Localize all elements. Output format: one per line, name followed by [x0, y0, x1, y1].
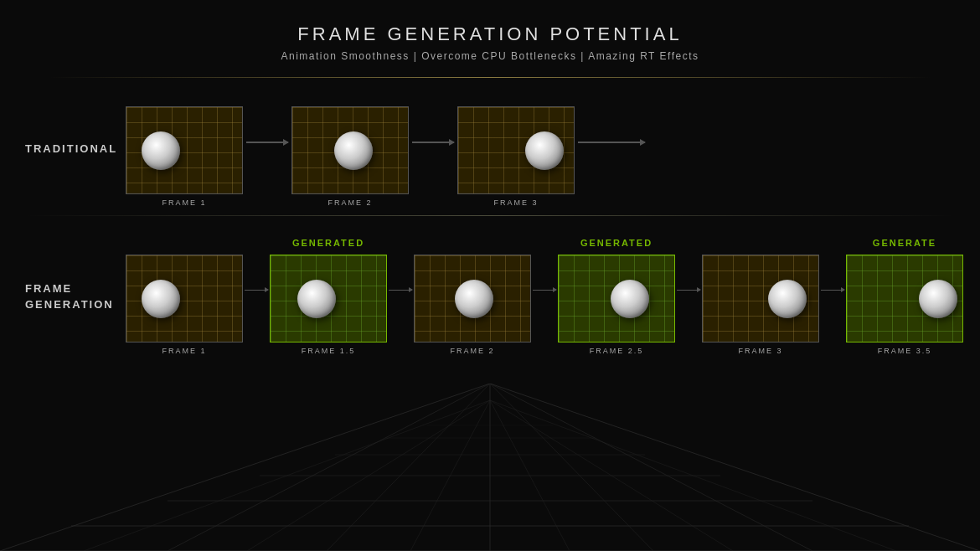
ball-trad-1 [142, 131, 180, 170]
arrow-fg-3 [533, 290, 556, 291]
fg-frame-card-3h [846, 255, 963, 342]
arrow-trad-2-3 [412, 142, 454, 143]
frame-card-trad-3 [457, 106, 575, 194]
fg-frame-3: FRAME 3 [702, 238, 819, 355]
header: FRAME GENERATION POTENTIAL Animation Smo… [0, 0, 980, 70]
trailing-arrow [578, 142, 645, 143]
ball-fg-1 [142, 280, 180, 318]
ball-fg-2h [611, 280, 649, 318]
fg-gen-label-1h: GENERATED [292, 238, 364, 251]
section-divider [25, 215, 955, 216]
arrow-fg-1 [245, 290, 268, 291]
frame-generation-frames: FRAME 1 GENERATED FRAME 1.5 [126, 238, 963, 355]
frame-label-trad-2: FRAME 2 [328, 198, 372, 207]
sections-wrapper: TRADITIONAL FRAME 1 [0, 78, 980, 362]
arrow-fg-2 [389, 290, 412, 291]
fg-frame-label-3h: FRAME 3.5 [878, 347, 932, 355]
traditional-frame-3: FRAME 3 [457, 90, 575, 207]
frame-generation-label: FRAME GENERATION [25, 281, 126, 313]
main-content: FRAME GENERATION POTENTIAL Animation Smo… [0, 0, 980, 551]
frame-card-trad-1 [126, 106, 243, 194]
fg-frame-card-1h [270, 255, 387, 342]
ball-fg-3h [919, 280, 957, 318]
fg-frame-3h: GENERATE FRAME 3.5 [846, 238, 963, 355]
fg-frame-label-1: FRAME 1 [162, 347, 206, 355]
fg-frame-1: FRAME 1 [126, 238, 243, 355]
arrow-trad-1-2 [246, 142, 288, 143]
arrow-fg-4 [677, 290, 700, 291]
fg-frame-label-2: FRAME 2 [450, 347, 494, 355]
ball-trad-2 [334, 131, 373, 170]
fg-frame-card-1 [126, 255, 243, 342]
fg-frame-card-3 [702, 255, 819, 342]
ball-fg-1h [297, 280, 336, 318]
page-subtitle: Animation Smoothness | Overcome CPU Bott… [0, 50, 980, 62]
frame-generation-row: FRAME GENERATION FRAME 1 GENERATED [25, 218, 955, 362]
ball-fg-2 [455, 280, 493, 318]
fg-gen-label-3h: GENERATE [873, 238, 936, 251]
traditional-frames: FRAME 1 FRAME 2 [126, 90, 955, 207]
fg-frame-label-1h: FRAME 1.5 [302, 347, 356, 355]
page-title: FRAME GENERATION POTENTIAL [0, 23, 980, 45]
frame-label-trad-3: FRAME 3 [493, 198, 538, 207]
traditional-frame-2: FRAME 2 [291, 90, 409, 207]
arrow-fg-5 [821, 290, 844, 291]
traditional-label: TRADITIONAL [25, 142, 126, 155]
ball-fg-3 [768, 280, 807, 318]
fg-frame-2h: GENERATED FRAME 2.5 [558, 238, 675, 355]
fg-frame-label-2h: FRAME 2.5 [590, 347, 644, 355]
fg-frame-label-3: FRAME 3 [738, 347, 782, 355]
fg-frame-card-2 [414, 255, 531, 342]
fg-frame-card-2h [558, 255, 675, 342]
fg-gen-label-2h: GENERATED [580, 238, 652, 251]
fg-frame-1h: GENERATED FRAME 1.5 [270, 238, 387, 355]
frame-label-trad-1: FRAME 1 [162, 198, 206, 207]
ball-trad-3 [525, 131, 564, 170]
traditional-frame-1: FRAME 1 [126, 90, 243, 207]
frame-card-trad-2 [291, 106, 409, 194]
fg-frame-2: FRAME 2 [414, 238, 531, 355]
traditional-row: TRADITIONAL FRAME 1 [25, 78, 955, 214]
